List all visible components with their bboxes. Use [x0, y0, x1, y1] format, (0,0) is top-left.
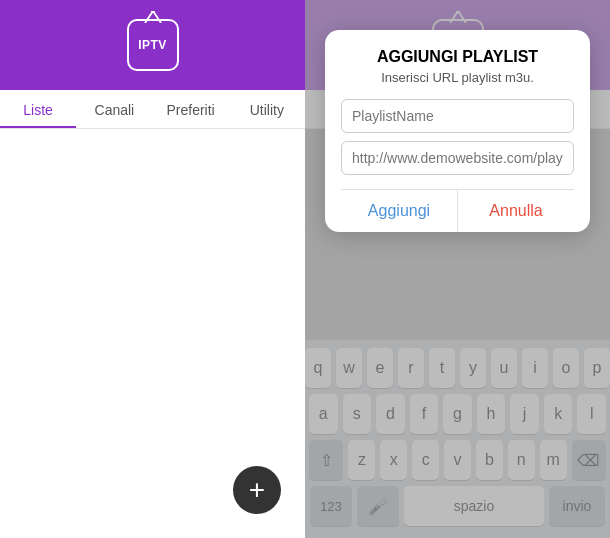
left-tab-utility[interactable]: Utility: [229, 90, 305, 128]
dialog-actions: Aggiungi Annulla: [341, 189, 574, 232]
dialog-subtitle: Inserisci URL playlist m3u.: [341, 70, 574, 85]
playlist-name-input[interactable]: [341, 99, 574, 133]
dialog-overlay: AGGIUNGI PLAYLIST Inserisci URL playlist…: [305, 0, 610, 538]
left-tabs: Liste Canali Preferiti Utility: [0, 90, 305, 129]
add-playlist-button[interactable]: Aggiungi: [341, 190, 458, 232]
left-tab-liste[interactable]: Liste: [0, 90, 76, 128]
add-button[interactable]: +: [233, 466, 281, 514]
playlist-url-input[interactable]: [341, 141, 574, 175]
dialog: AGGIUNGI PLAYLIST Inserisci URL playlist…: [325, 30, 590, 232]
left-header: IPTV: [0, 0, 305, 90]
left-panel: IPTV Liste Canali Preferiti Utility +: [0, 0, 305, 538]
dialog-title: AGGIUNGI PLAYLIST: [341, 48, 574, 66]
right-panel: IPTV Liste Canali Preferiti Utility AGGI…: [305, 0, 610, 538]
left-tab-preferiti[interactable]: Preferiti: [153, 90, 229, 128]
left-logo: IPTV: [127, 19, 179, 71]
cancel-button[interactable]: Annulla: [458, 190, 574, 232]
left-content: +: [0, 129, 305, 538]
left-tab-canali[interactable]: Canali: [76, 90, 152, 128]
left-logo-text: IPTV: [138, 38, 167, 52]
